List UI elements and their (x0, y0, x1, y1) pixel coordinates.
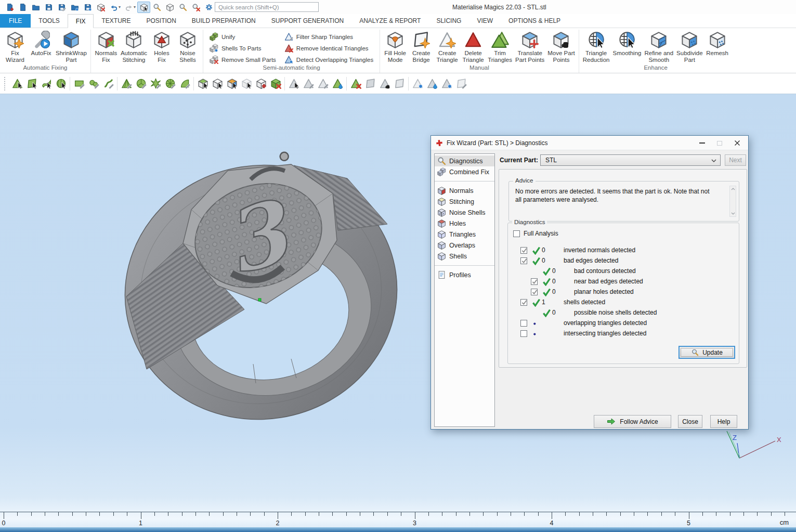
create-triangle-button[interactable]: Create Triangle (434, 30, 460, 63)
triangle-tool-1-icon[interactable] (286, 76, 301, 92)
triangle-reduction-button[interactable]: Triangle Reduction (581, 30, 611, 63)
load-project-icon[interactable] (68, 2, 81, 13)
close-button[interactable]: Close (678, 415, 702, 428)
fix-wizard-nav-profiles[interactable]: Profiles (435, 269, 494, 280)
unify-button[interactable]: Unify (210, 32, 276, 41)
noise-shells-button[interactable]: Noise Shells (175, 30, 201, 63)
select-part-icon[interactable] (137, 2, 150, 13)
triangle-detect-icon[interactable] (410, 76, 425, 92)
fill-hole-mode-button[interactable]: Fill Hole Mode (382, 30, 408, 63)
mark-wheel-icon[interactable] (163, 76, 177, 92)
remesh-button[interactable]: Remesh (704, 30, 730, 57)
remove-small-parts-button[interactable]: Remove Small Parts (210, 55, 276, 64)
remove-part-icon[interactable] (94, 2, 107, 13)
trim-triangles-button[interactable]: Trim Triangles (486, 30, 514, 63)
tab-position[interactable]: POSITION (139, 14, 184, 28)
triangle-tool-3-icon[interactable] (316, 76, 330, 92)
tab-texture[interactable]: TEXTURE (94, 14, 138, 28)
fix-wizard-nav-shells[interactable]: Shells (435, 251, 494, 262)
overlapping-triangles-checkbox[interactable] (520, 320, 527, 327)
shells-to-parts-button[interactable]: Shells To Parts (210, 44, 276, 53)
invert-marking-icon[interactable] (268, 76, 283, 92)
mark-sector-icon[interactable] (134, 76, 148, 92)
next-button[interactable]: Next (725, 154, 746, 166)
bad-edges-checkbox[interactable] (520, 257, 527, 264)
update-button[interactable]: Update (678, 346, 735, 359)
smoothing-button[interactable]: Smoothing (611, 30, 643, 57)
fix-wizard-nav-stitching[interactable]: Stitching (435, 196, 494, 207)
maximize-icon[interactable] (711, 137, 728, 149)
save-as-icon[interactable] (55, 2, 68, 13)
mark-polyline-icon[interactable] (101, 76, 115, 92)
dialog-titlebar[interactable]: Fix Wizard (Part: STL) > Diagnostics (431, 136, 748, 150)
triangle-smooth-blue-icon[interactable] (425, 76, 439, 92)
mark-shell-icon[interactable] (54, 76, 68, 92)
fix-wizard-nav-noise-shells[interactable]: Noise Shells (435, 207, 494, 218)
help-button[interactable]: Help (710, 415, 737, 428)
tab-file[interactable]: FILE (0, 14, 31, 28)
shells-checkbox[interactable] (520, 299, 527, 306)
near-bad-edges-checkbox[interactable] (531, 278, 538, 285)
mark-window-icon[interactable] (119, 76, 134, 92)
tab-analyze-report[interactable]: ANALYZE & REPORT (351, 14, 428, 28)
toolbar-grip[interactable] (4, 77, 6, 90)
search-input[interactable] (215, 2, 319, 12)
delete-marked-icon[interactable] (348, 76, 363, 92)
plane-faint-icon[interactable] (454, 76, 468, 92)
holes-fix-button[interactable]: Holes Fix (149, 30, 175, 63)
open-file-icon[interactable] (29, 2, 42, 13)
unmark-part-icon[interactable] (239, 76, 254, 92)
tab-fix[interactable]: FIX (68, 14, 94, 28)
subdivide-part-button[interactable]: Subdivide Part (675, 30, 704, 63)
fit-view-icon[interactable] (163, 2, 176, 13)
automatic-stitching-button[interactable]: Automatic Stitching (119, 30, 149, 63)
save-icon[interactable] (42, 2, 55, 13)
fix-wizard-nav-diagnostics[interactable]: Diagnostics (435, 155, 494, 166)
new-part-icon[interactable] (16, 2, 29, 13)
fix-wizard-nav-normals[interactable]: Normals (435, 185, 494, 196)
delete-triangle-button[interactable]: Delete Triangle (460, 30, 486, 63)
import-part-icon[interactable] (3, 2, 16, 13)
refine-and-smooth-button[interactable]: Refine and Smooth (643, 30, 675, 63)
mark-plane-icon[interactable] (24, 76, 39, 92)
shrinkwrap-part-button[interactable]: ShrinkWrap Part (54, 30, 88, 63)
scroll-up-icon[interactable] (730, 186, 736, 192)
advice-scrollbar[interactable] (729, 186, 736, 217)
mark-part-icon[interactable] (195, 76, 210, 92)
full-analysis-checkbox[interactable] (513, 230, 520, 237)
triangle-stack-icon[interactable] (363, 76, 377, 92)
remove-identical-triangles-button[interactable]: Remove Identical Triangles (284, 44, 373, 53)
smooth-marked-icon[interactable] (330, 76, 345, 92)
mark-star-icon[interactable] (148, 76, 163, 92)
mark-ellipse-icon[interactable] (86, 76, 101, 92)
mark-quarter-icon[interactable] (177, 76, 192, 92)
triangle-point-icon[interactable] (439, 76, 454, 92)
detect-overlapping-triangles-button[interactable]: Detect Overlapping Triangles (284, 55, 373, 64)
scroll-down-icon[interactable] (730, 211, 736, 216)
mark-surface-icon[interactable] (39, 76, 54, 92)
fix-wizard-nav-holes[interactable]: Holes (435, 218, 494, 229)
inverted-normals-checkbox[interactable] (520, 247, 527, 254)
zoom-reset-icon[interactable] (189, 2, 202, 13)
tab-options-help[interactable]: OPTIONS & HELP (501, 14, 568, 28)
planar-holes-checkbox[interactable] (531, 289, 538, 295)
fix-wizard-nav-overlaps[interactable]: Overlaps (435, 240, 494, 251)
mark-core-icon[interactable] (254, 76, 268, 92)
autofix-button[interactable]: AutoFix (28, 30, 54, 57)
tab-support-generation[interactable]: SUPPORT GENERATION (264, 14, 351, 28)
intersecting-triangles-checkbox[interactable] (520, 330, 527, 337)
fix-wizard-nav-triangles[interactable]: Triangles (435, 229, 494, 240)
filter-sharp-triangles-button[interactable]: Filter Sharp Triangles (284, 32, 373, 41)
move-part-points-button[interactable]: Move Part Points (546, 30, 576, 63)
close-icon[interactable] (728, 137, 746, 149)
fix-wizard-nav-combined-fix[interactable]: Combined Fix (435, 166, 494, 177)
mark-rectangle-icon[interactable] (72, 76, 86, 92)
triangle-tool-2-icon[interactable] (301, 76, 316, 92)
zoom-in-icon[interactable] (176, 2, 189, 13)
tab-slicing[interactable]: SLICING (428, 14, 469, 28)
minimize-icon[interactable] (693, 137, 711, 149)
current-part-select[interactable]: STL (540, 154, 721, 166)
tab-view[interactable]: VIEW (469, 14, 501, 28)
save-project-icon[interactable] (81, 2, 94, 13)
undo-icon-caret[interactable]: ▾ (119, 5, 121, 9)
